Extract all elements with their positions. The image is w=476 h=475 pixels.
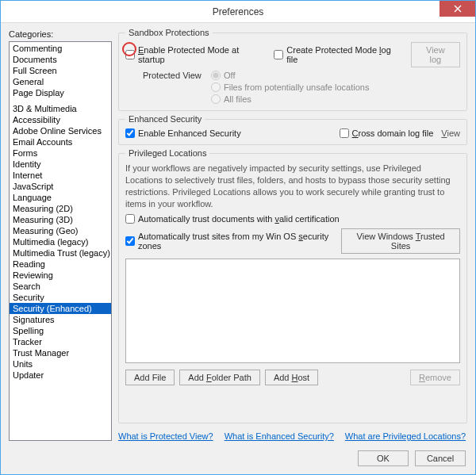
category-item[interactable]: Units	[10, 358, 111, 370]
category-item[interactable]: Search	[10, 281, 111, 292]
category-item[interactable]: Internet	[10, 170, 111, 181]
category-item[interactable]: Forms	[10, 147, 111, 159]
auto-trust-valid-cert-checkbox[interactable]: Automatically trust documents with valid…	[125, 214, 460, 224]
categories-column: Categories: CommentingDocumentsFull Scre…	[9, 28, 112, 441]
protected-view-all-radio[interactable]: All files	[211, 94, 369, 104]
priv-help-text: If your workflows are negatively impacte…	[125, 163, 460, 209]
privileged-locations-list[interactable]	[125, 259, 460, 363]
view-link[interactable]: View	[441, 128, 460, 138]
create-log-file-checkbox[interactable]: Create Protected Mode log file	[274, 45, 401, 64]
cross-domain-log-checkbox[interactable]: Cross domain log file	[340, 128, 434, 138]
auto-trust-zones-checkbox[interactable]: Automatically trust sites from my Win OS…	[125, 232, 336, 251]
link-enhanced-security[interactable]: What is Enhanced Security?	[225, 431, 334, 441]
category-item[interactable]: Security	[10, 292, 111, 303]
link-protected-view[interactable]: What is Protected View?	[118, 431, 213, 441]
category-item[interactable]: Tracker	[10, 336, 111, 347]
category-item[interactable]: Page Display	[10, 87, 111, 98]
category-item[interactable]: Language	[10, 192, 111, 203]
sandbox-protections-group: Sandbox Protections Enable Protected Mod…	[118, 28, 467, 111]
remove-button[interactable]: Remove	[410, 370, 460, 385]
ok-button[interactable]: OK	[358, 450, 409, 466]
category-item[interactable]: JavaScript	[10, 181, 111, 192]
category-item[interactable]: Measuring (3D)	[10, 214, 111, 225]
category-item[interactable]: Trust Manager	[10, 347, 111, 358]
protected-view-unsafe-radio[interactable]: Files from potentially unsafe locations	[211, 82, 369, 92]
add-host-button[interactable]: Add Host	[265, 370, 318, 385]
category-item[interactable]: Email Accounts	[10, 136, 111, 147]
close-icon	[454, 5, 462, 13]
cancel-button[interactable]: Cancel	[415, 450, 466, 466]
category-item[interactable]: Commenting	[10, 43, 111, 54]
category-item[interactable]: Measuring (2D)	[10, 203, 111, 214]
enhanced-security-group: Enhanced Security Enable Enhanced Securi…	[118, 114, 467, 145]
enable-enhanced-security-checkbox[interactable]: Enable Enhanced Security	[125, 128, 241, 138]
category-item[interactable]: Reading	[10, 259, 111, 270]
help-links: What is Protected View? What is Enhanced…	[118, 431, 467, 441]
category-item[interactable]: Measuring (Geo)	[10, 225, 111, 236]
protected-view-label: Protected View	[143, 71, 205, 80]
category-item[interactable]: General	[10, 76, 111, 87]
category-item[interactable]: Adobe Online Services	[10, 125, 111, 136]
category-item[interactable]: Multimedia Trust (legacy)	[10, 247, 111, 259]
category-item[interactable]: Security (Enhanced)	[10, 303, 111, 314]
categories-label: Categories:	[9, 29, 112, 39]
add-file-button[interactable]: Add File	[125, 370, 175, 385]
sandbox-legend: Sandbox Protections	[125, 28, 213, 37]
category-item[interactable]: Identity	[10, 159, 111, 170]
privileged-locations-group: Privileged Locations If your workflows a…	[118, 148, 467, 423]
category-item[interactable]: Documents	[10, 54, 111, 65]
category-item[interactable]: Signatures	[10, 314, 111, 325]
view-log-button[interactable]: View log	[411, 42, 460, 67]
titlebar: Preferences	[1, 1, 475, 23]
settings-panel: Sandbox Protections Enable Protected Mod…	[118, 28, 467, 441]
close-button[interactable]	[440, 1, 475, 17]
category-item[interactable]: Multimedia (legacy)	[10, 236, 111, 247]
category-item[interactable]: Accessibility	[10, 114, 111, 125]
category-item[interactable]: Spelling	[10, 325, 111, 336]
categories-list[interactable]: CommentingDocumentsFull ScreenGeneralPag…	[9, 41, 112, 441]
enhanced-legend: Enhanced Security	[125, 114, 205, 124]
enable-protected-mode-checkbox[interactable]: Enable Protected Mode at startup	[125, 45, 264, 64]
dialog-body: Categories: CommentingDocumentsFull Scre…	[1, 23, 475, 446]
preferences-window: Preferences Categories: CommentingDocume…	[0, 0, 476, 475]
category-item[interactable]: Reviewing	[10, 270, 111, 281]
window-title: Preferences	[213, 6, 264, 17]
link-privileged-locations[interactable]: What are Privileged Locations?	[345, 431, 466, 441]
category-item[interactable]: Full Screen	[10, 65, 111, 76]
dialog-buttons: OK Cancel	[1, 446, 475, 474]
protected-view-off-radio[interactable]: Off	[211, 71, 369, 80]
view-trusted-sites-button[interactable]: View Windows Trusted Sites	[341, 228, 460, 254]
add-folder-path-button[interactable]: Add Folder Path	[179, 370, 260, 385]
category-item[interactable]: Updater	[10, 370, 111, 381]
priv-legend: Privileged Locations	[125, 148, 209, 158]
category-item[interactable]: 3D & Multimedia	[10, 103, 111, 114]
